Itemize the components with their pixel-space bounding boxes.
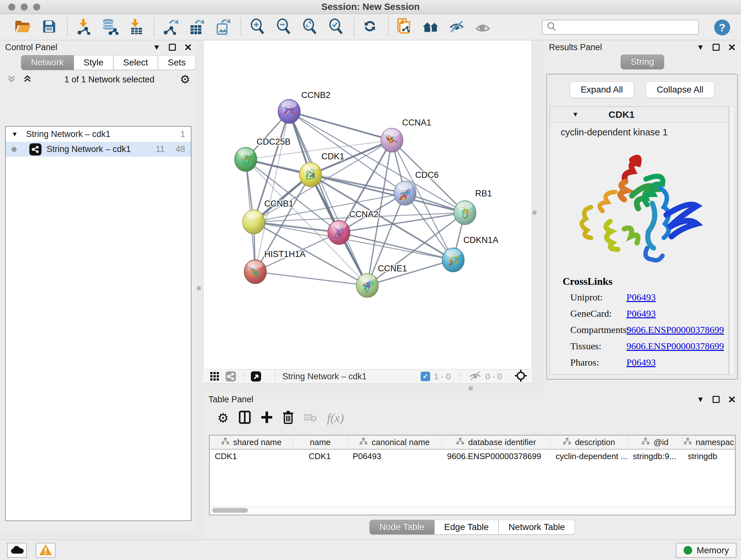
import-table-file-button[interactable] xyxy=(126,17,145,37)
selected-indicator-checkbox[interactable]: ✓ xyxy=(421,372,430,381)
network-current-dot xyxy=(11,147,17,152)
open-session-button[interactable] xyxy=(13,17,32,37)
tab-network[interactable]: Network xyxy=(21,55,74,70)
minimize-window-button[interactable] xyxy=(21,3,28,10)
memory-status-dot xyxy=(684,546,692,555)
close-panel-icon[interactable]: ✕ xyxy=(184,42,192,53)
column-header[interactable]: @id xyxy=(628,435,683,449)
string-view-icon[interactable] xyxy=(224,370,238,383)
column-header[interactable]: description xyxy=(550,435,628,449)
delete-table-icon[interactable] xyxy=(304,412,318,424)
show-all-button[interactable] xyxy=(474,17,493,37)
control-panel-title: Control Panel xyxy=(5,43,57,52)
export-table-button[interactable] xyxy=(187,17,206,37)
network-edge[interactable] xyxy=(255,272,367,286)
vertical-splitter-handle[interactable] xyxy=(197,286,201,291)
help-button[interactable]: ? xyxy=(714,19,730,36)
panel-menu-icon[interactable]: ▼ xyxy=(153,43,160,52)
entry-header[interactable]: ▼ CDK1 xyxy=(550,107,729,123)
collection-caret-icon[interactable]: ▼ xyxy=(11,131,18,138)
genecard-link[interactable]: P06493 xyxy=(626,308,656,319)
function-builder-icon[interactable]: f(x) xyxy=(327,411,344,425)
export-image-button[interactable] xyxy=(213,17,232,37)
table-row[interactable]: CDK1 CDK1 P06493 9606.ENSP00000378699 cy… xyxy=(210,449,735,463)
zoom-in-button[interactable] xyxy=(248,17,267,37)
network-edge[interactable] xyxy=(255,111,289,272)
expand-all-networks-icon[interactable] xyxy=(23,74,32,84)
show-columns-icon[interactable] xyxy=(239,410,251,426)
hide-selected-button[interactable] xyxy=(448,17,467,37)
expand-all-button[interactable]: Expand All xyxy=(569,81,634,98)
zoom-fit-button[interactable] xyxy=(300,17,319,37)
horizontal-splitter-handle[interactable] xyxy=(468,386,473,390)
add-column-icon[interactable] xyxy=(261,410,273,426)
tab-string[interactable]: String xyxy=(621,55,664,69)
network-row[interactable]: String Network – cdk1 11 48 xyxy=(6,142,191,157)
node-result-entry: ▼ CDK1 cyclin-dependent kinase 1 xyxy=(549,106,729,374)
table-options-gear-icon[interactable]: ⚙ xyxy=(217,412,229,424)
network-edge[interactable] xyxy=(289,111,392,140)
cloud-status-button[interactable] xyxy=(7,543,27,558)
tab-network-table[interactable]: Network Table xyxy=(498,520,575,535)
network-options-gear-icon[interactable]: ⚙ xyxy=(180,74,190,85)
refresh-button[interactable] xyxy=(360,17,380,37)
crosslinks-title: CrossLinks xyxy=(562,275,729,287)
scrollbar-thumb[interactable] xyxy=(212,508,248,513)
panel-menu-icon[interactable]: ▼ xyxy=(697,43,704,52)
export-network-button[interactable] xyxy=(161,17,180,37)
network-edge[interactable] xyxy=(289,111,367,286)
compartments-link[interactable]: 9606.ENSP00000378699 xyxy=(626,324,724,335)
column-header[interactable]: name xyxy=(293,435,347,449)
close-window-button[interactable] xyxy=(8,3,15,10)
column-header[interactable]: namespac xyxy=(683,435,735,449)
import-network-database-button[interactable] xyxy=(100,17,119,37)
collapse-all-button[interactable]: Collapse All xyxy=(646,81,715,98)
save-session-button[interactable] xyxy=(40,17,59,37)
table-horizontal-scrollbar[interactable] xyxy=(210,506,734,514)
clone-network-button[interactable] xyxy=(395,17,414,37)
tab-sets[interactable]: Sets xyxy=(158,55,196,70)
entry-caret-icon[interactable]: ▼ xyxy=(572,111,579,118)
zoom-window-button[interactable] xyxy=(33,3,40,10)
column-header[interactable]: shared name xyxy=(210,435,293,449)
first-neighbors-button[interactable] xyxy=(421,17,441,37)
search-input[interactable] xyxy=(557,22,698,32)
float-panel-icon[interactable] xyxy=(713,396,720,403)
tab-node-table[interactable]: Node Table xyxy=(369,520,434,535)
results-scrollbar[interactable] xyxy=(729,106,735,374)
float-panel-icon[interactable] xyxy=(169,44,176,51)
panel-menu-icon[interactable]: ▼ xyxy=(697,395,704,404)
float-panel-icon[interactable] xyxy=(713,44,720,51)
node-label: CDK1 xyxy=(321,152,344,161)
network-canvas[interactable]: CCNB2CCNA1CDC25BCDK1CDC6RB1CCNB1CCNA2CDK… xyxy=(203,41,532,369)
close-panel-icon[interactable]: ✕ xyxy=(728,394,736,405)
hidden-eye-icon[interactable] xyxy=(469,370,482,382)
pharos-link[interactable]: P06493 xyxy=(626,357,656,368)
memory-button[interactable]: Memory xyxy=(676,543,737,558)
uniprot-link[interactable]: P06493 xyxy=(626,292,656,303)
close-panel-icon[interactable]: ✕ xyxy=(728,42,736,53)
open-folder-icon xyxy=(15,19,31,35)
tab-style[interactable]: Style xyxy=(74,55,113,70)
network-collection-row[interactable]: ▼ String Network – cdk1 1 xyxy=(6,127,191,142)
crosshair-icon[interactable] xyxy=(514,369,528,384)
vertical-splitter-handle[interactable] xyxy=(532,210,537,215)
import-network-file-button[interactable] xyxy=(74,17,93,37)
tab-select[interactable]: Select xyxy=(113,55,158,70)
tab-edge-table[interactable]: Edge Table xyxy=(434,520,499,535)
warnings-button[interactable] xyxy=(36,543,56,558)
toolbar-separator xyxy=(67,18,68,37)
network-edge[interactable] xyxy=(254,222,339,233)
crosslink-label: Tissues: xyxy=(562,341,626,352)
birdseye-view-icon[interactable] xyxy=(249,370,263,383)
delete-column-trash-icon[interactable] xyxy=(282,410,294,426)
collapse-all-networks-icon[interactable] xyxy=(7,74,16,84)
zoom-out-button[interactable] xyxy=(274,17,293,37)
zoom-selected-button[interactable] xyxy=(326,17,345,37)
column-header[interactable]: database identifier xyxy=(442,435,550,449)
network-edge[interactable] xyxy=(289,111,465,212)
tissues-link[interactable]: 9606.ENSP00000378699 xyxy=(626,341,724,352)
grid-view-icon[interactable] xyxy=(208,370,222,383)
toolbar-separator xyxy=(460,371,460,382)
column-header[interactable]: canonical name xyxy=(347,435,442,449)
